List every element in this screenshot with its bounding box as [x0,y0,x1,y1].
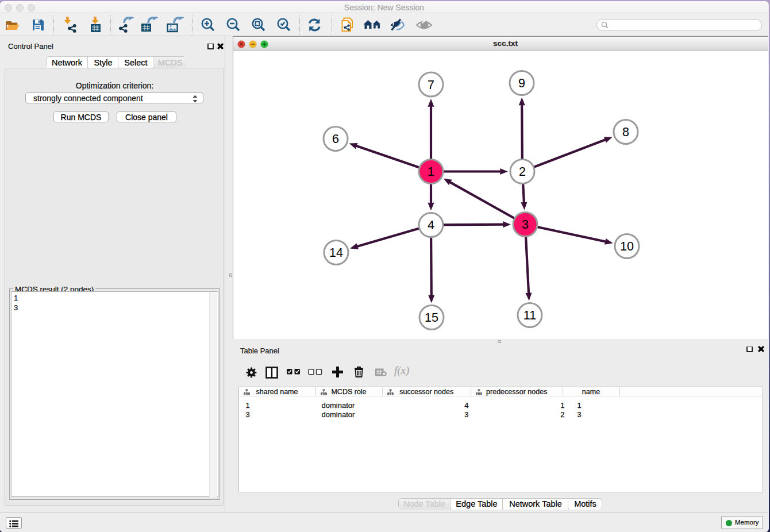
svg-text:11: 11 [523,309,536,322]
svg-text:1: 1 [428,165,434,179]
svg-text:9: 9 [518,76,525,90]
svg-text:14: 14 [329,246,343,260]
svg-text:10: 10 [620,240,634,253]
svg-text:2: 2 [519,165,526,179]
svg-text:4: 4 [428,218,434,232]
svg-text:6: 6 [332,132,339,146]
svg-text:15: 15 [425,311,438,325]
svg-text:3: 3 [522,218,529,232]
svg-text:7: 7 [428,78,434,92]
svg-text:8: 8 [622,125,629,139]
